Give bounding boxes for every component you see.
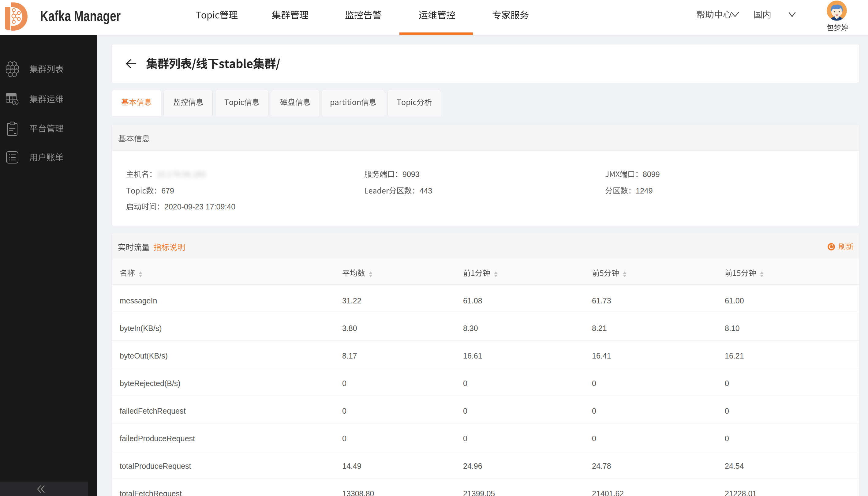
- svg-text:$: $: [14, 100, 17, 104]
